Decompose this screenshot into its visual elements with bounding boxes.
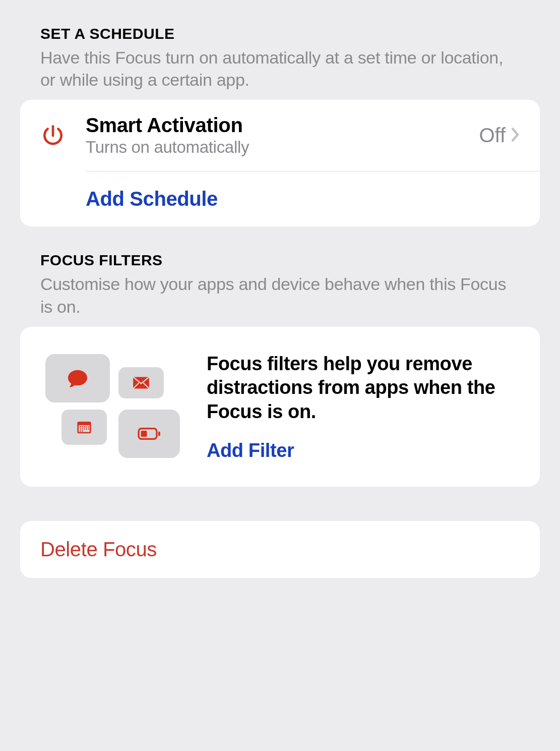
- add-schedule-button[interactable]: Add Schedule: [20, 171, 540, 226]
- delete-focus-label: Delete Focus: [40, 538, 157, 560]
- smart-activation-trailing: Off: [479, 124, 520, 147]
- mail-icon: [118, 367, 164, 398]
- svg-point-8: [88, 426, 89, 427]
- filters-section-desc: Customise how your apps and device behav…: [40, 273, 520, 317]
- svg-point-9: [80, 428, 81, 429]
- chevron-right-icon: [511, 127, 520, 144]
- chat-bubble-icon: [45, 354, 110, 402]
- smart-activation-subtitle: Turns on automatically: [86, 138, 479, 157]
- svg-point-15: [82, 430, 83, 431]
- svg-rect-17: [141, 431, 147, 437]
- svg-point-4: [80, 426, 81, 427]
- add-schedule-label: Add Schedule: [86, 188, 218, 210]
- svg-point-5: [82, 426, 83, 427]
- smart-activation-row[interactable]: Smart Activation Turns on automatically …: [20, 100, 540, 171]
- schedule-section-header: SET A SCHEDULE Have this Focus turn on a…: [0, 0, 560, 100]
- svg-point-11: [84, 428, 85, 429]
- filters-graphic: [45, 354, 181, 460]
- filters-section-header: FOCUS FILTERS Customise how your apps an…: [0, 226, 560, 326]
- delete-focus-button[interactable]: Delete Focus: [20, 521, 540, 578]
- add-filter-button[interactable]: Add Filter: [207, 440, 520, 461]
- svg-point-12: [86, 428, 87, 429]
- schedule-card: Smart Activation Turns on automatically …: [20, 100, 540, 226]
- svg-point-13: [88, 428, 89, 429]
- svg-point-6: [84, 426, 85, 427]
- power-icon: [40, 123, 86, 148]
- calendar-icon: [61, 410, 107, 445]
- smart-activation-body: Smart Activation Turns on automatically: [86, 114, 479, 157]
- schedule-section-desc: Have this Focus turn on automatically at…: [40, 46, 520, 91]
- filters-section-title: FOCUS FILTERS: [40, 252, 520, 269]
- smart-activation-title: Smart Activation: [86, 114, 479, 137]
- smart-activation-value: Off: [479, 124, 506, 147]
- filters-card: Focus filters help you remove distractio…: [20, 327, 540, 487]
- filters-description: Focus filters help you remove distractio…: [207, 352, 520, 424]
- svg-rect-18: [158, 431, 160, 436]
- svg-point-7: [86, 426, 87, 427]
- schedule-section-title: SET A SCHEDULE: [40, 25, 520, 42]
- battery-icon: [118, 410, 180, 458]
- svg-point-14: [80, 430, 81, 431]
- svg-point-10: [82, 428, 83, 429]
